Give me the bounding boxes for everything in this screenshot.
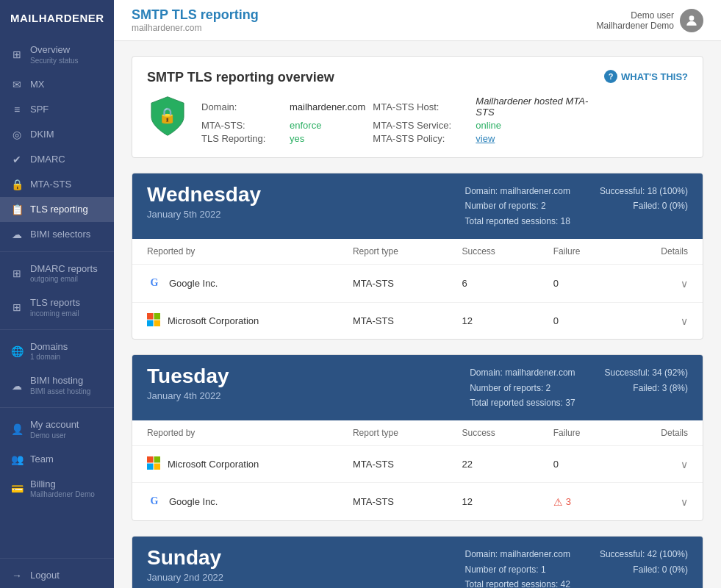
day-stats-left: Domain: mailhardener.com Number of repor… [465,184,570,229]
whats-this-button[interactable]: ? WHAT'S THIS? [604,70,688,83]
failure-count: 3 [566,496,571,507]
dmarc-icon: ✔ [10,154,24,165]
sidebar-item-bimi-selectors[interactable]: ☁ BIMI selectors [0,222,114,247]
page-subtitle: mailhardener.com [132,23,259,33]
sidebar-logo: MAILHARDENER [0,0,114,36]
sidebar-item-my-account[interactable]: 👤 My account Demo user [0,412,114,447]
details-cell[interactable]: ∨ [620,446,703,483]
day-stats-right: Successful: 42 (100%) Failed: 0 (0%) [600,547,688,588]
sidebar-label-dmarc: DMARC [30,154,65,165]
logout-icon: → [10,570,24,581]
billing-icon: 💳 [10,483,24,495]
report-table: Reported by Report type Success Failure … [132,239,703,339]
avatar[interactable] [680,9,703,32]
sidebar-item-bimi-hosting[interactable]: ☁ BIMI hosting BIMI asset hosting [0,368,114,403]
mx-icon: ✉ [10,79,24,90]
reporter-cell: G Google Inc. [132,483,338,521]
sidebar-item-spf[interactable]: ≡ SPF [0,97,114,122]
sidebar-sub-my-account: Demo user [30,431,79,440]
sidebar-item-domains[interactable]: 🌐 Domains 1 domain [0,334,114,369]
col-success: Success [447,239,538,265]
day-date: January 5th 2022 [147,209,261,220]
failure-cell: 0 [539,265,621,303]
success-cell: 12 [447,483,538,521]
sidebar-label-mta-sts: MTA-STS [30,179,71,190]
col-failure: Failure [539,239,621,265]
day-section: Tuesday January 4th 2022 Domain: mailhar… [132,354,703,521]
col-failure: Failure [539,420,621,446]
chevron-down-icon[interactable]: ∨ [681,496,688,508]
details-cell[interactable]: ∨ [620,265,703,303]
sidebar-item-dkim[interactable]: ◎ DKIM [0,122,114,147]
tls-reporting-label: TLS Reporting: [201,133,282,144]
sidebar-label-domains: Domains [30,341,68,353]
details-cell[interactable]: ∨ [620,483,703,521]
day-name: Wednesday [147,184,261,207]
chevron-down-icon[interactable]: ∨ [681,315,688,327]
sidebar-item-dmarc[interactable]: ✔ DMARC [0,147,114,172]
mta-sts-label: MTA-STS: [201,120,282,131]
svg-rect-7 [154,320,161,327]
report-type-cell: MTA-STS [338,303,448,340]
sidebar-item-tls-reporting[interactable]: 📋 TLS reporting [0,197,114,222]
sidebar-item-overview[interactable]: ⊞ Overview Security status [0,37,114,72]
top-header: SMTP TLS reporting mailhardener.com Demo… [114,0,721,41]
reporter-name: Microsoft Corporation [168,315,259,326]
sidebar-item-tls-reports[interactable]: ⊞ TLS reports incoming email [0,290,114,325]
reporter-icon: G [147,493,162,510]
sidebar-item-logout[interactable]: → Logout [0,563,114,588]
domain-label: Domain: [201,101,282,112]
day-name: Sunday [147,547,223,570]
sidebar-item-mx[interactable]: ✉ MX [0,72,114,97]
day-stats-right: Successful: 18 (100%) Failed: 0 (0%) [600,184,688,229]
day-header: Tuesday January 4th 2022 Domain: mailhar… [132,355,703,420]
col-success: Success [447,420,538,446]
sidebar-label-dkim: DKIM [30,129,54,140]
col-details: Details [620,420,703,446]
mta-sts-value: enforce [290,120,365,131]
sidebar-label-bimi-selectors: BIMI selectors [30,229,90,240]
reporter-icon: G [147,275,162,292]
chevron-down-icon[interactable]: ∨ [681,278,688,290]
mta-sts-policy-link[interactable]: view [476,133,604,144]
sidebar-item-dmarc-reports[interactable]: ⊞ DMARC reports outgoing email [0,257,114,291]
sidebar-sub-tls-reports: incoming email [30,309,80,318]
user-block: Demo user Mailhardener Demo [597,9,703,32]
col-report-type: Report type [338,420,448,446]
mta-sts-icon: 🔒 [10,179,24,190]
chevron-down-icon[interactable]: ∨ [681,459,688,470]
success-cell: 12 [447,303,538,340]
report-type-cell: MTA-STS [338,483,448,521]
day-header: Wednesday January 5th 2022 Domain: mailh… [132,173,703,239]
reporter-cell: G Google Inc. [132,265,338,303]
sidebar-label-tls-reporting: TLS reporting [30,204,88,215]
sidebar-item-billing[interactable]: 💳 Billing Mailhardener Demo [0,472,114,506]
days-container: Wednesday January 5th 2022 Domain: mailh… [132,173,703,588]
sidebar-sub-overview: Security status [30,57,79,65]
svg-text:G: G [151,277,159,288]
table-row: G Google Inc. MTA-STS 6 0 ∨ [132,265,703,303]
svg-text:🔒: 🔒 [159,107,178,125]
day-header: Sunday January 2nd 2022 Domain: mailhard… [132,537,703,588]
svg-rect-5 [154,313,161,320]
mta-sts-policy-label: MTA-STS Policy: [373,133,468,144]
shield-icon: 🔒 [147,96,188,137]
user-name: Demo user [597,10,674,21]
sidebar: MAILHARDENER ⊞ Overview Security status … [0,0,114,588]
sidebar-item-team[interactable]: 👥 Team [0,447,114,472]
sidebar-label-spf: SPF [30,104,49,115]
team-icon: 👥 [10,453,24,465]
success-cell: 22 [447,446,538,483]
mta-sts-host-value: Mailhardener hosted MTA-STS [476,96,604,118]
dkim-icon: ◎ [10,129,24,140]
failure-cell: 0 [539,446,621,483]
mta-sts-service-value: online [476,120,604,131]
domains-icon: 🌐 [10,345,24,357]
sidebar-label-tls-reports: TLS reports [30,297,80,309]
sidebar-item-mta-sts[interactable]: 🔒 MTA-STS [0,172,114,197]
svg-point-0 [689,15,695,21]
mta-sts-service-label: MTA-STS Service: [373,120,468,131]
day-name: Tuesday [147,365,229,388]
col-report-type: Report type [338,239,448,265]
details-cell[interactable]: ∨ [620,303,703,340]
